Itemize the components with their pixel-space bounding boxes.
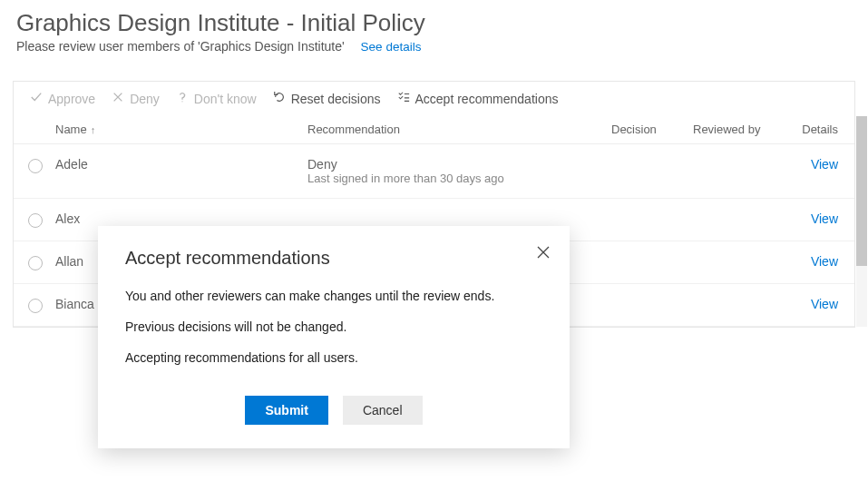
dialog-text-1: You and other reviewers can make changes… [125,289,542,303]
scrollbar-thumb[interactable] [856,116,867,266]
table-row: AdeleDenyLast signed in more than 30 day… [14,144,854,199]
col-decision[interactable]: Decision [611,123,693,136]
dialog-text-2: Previous decisions will not be changed. [125,319,542,334]
list-check-icon [397,91,410,106]
row-select-radio[interactable] [28,256,43,270]
row-select-radio[interactable] [28,299,43,313]
deny-button[interactable]: Deny [112,91,160,106]
page-title: Graphics Design Institute - Initial Poli… [0,0,868,39]
col-recommendation[interactable]: Recommendation [307,123,611,136]
submit-button[interactable]: Submit [245,396,327,425]
scrollbar[interactable] [856,116,867,327]
cell-recommendation: DenyLast signed in more than 30 days ago [307,157,611,185]
deny-label: Deny [130,92,160,106]
cell-name: Alex [55,211,307,226]
approve-label: Approve [48,92,95,106]
row-select-radio[interactable] [28,159,43,173]
view-link[interactable]: View [811,211,838,226]
reset-decisions-button[interactable]: Reset decisions [273,91,381,106]
cell-name: Adele [55,157,307,172]
toolbar: Approve Deny Don't know Reset decisions … [14,82,854,115]
dont-know-label: Don't know [194,92,257,106]
view-link[interactable]: View [811,254,838,269]
approve-button[interactable]: Approve [30,91,95,106]
reset-icon [273,91,286,106]
row-select-radio[interactable] [28,213,43,228]
table-header: Name ↑ Recommendation Decision Reviewed … [14,115,854,144]
page-subtitle: Please review user members of 'Graphics … [16,39,345,54]
check-icon [30,91,43,106]
col-reviewed-by[interactable]: Reviewed by [693,123,793,136]
col-name-label: Name [55,123,87,136]
reset-label: Reset decisions [291,92,381,106]
col-details[interactable]: Details [793,123,838,136]
accept-label: Accept recommendations [415,92,559,106]
question-icon [176,91,189,106]
accept-recommendations-button[interactable]: Accept recommendations [397,91,559,106]
sort-asc-icon: ↑ [91,124,96,135]
close-icon[interactable] [537,246,550,259]
accept-recommendations-dialog: Accept recommendations You and other rev… [98,226,570,448]
cancel-button[interactable]: Cancel [343,396,423,425]
x-icon [112,91,124,106]
view-link[interactable]: View [811,297,838,311]
dont-know-button[interactable]: Don't know [176,91,257,106]
dialog-title: Accept recommendations [125,248,542,269]
view-link[interactable]: View [811,157,838,172]
col-name[interactable]: Name ↑ [55,123,307,136]
dialog-text-3: Accepting recommendations for all users. [125,350,542,365]
see-details-link[interactable]: See details [361,40,422,54]
